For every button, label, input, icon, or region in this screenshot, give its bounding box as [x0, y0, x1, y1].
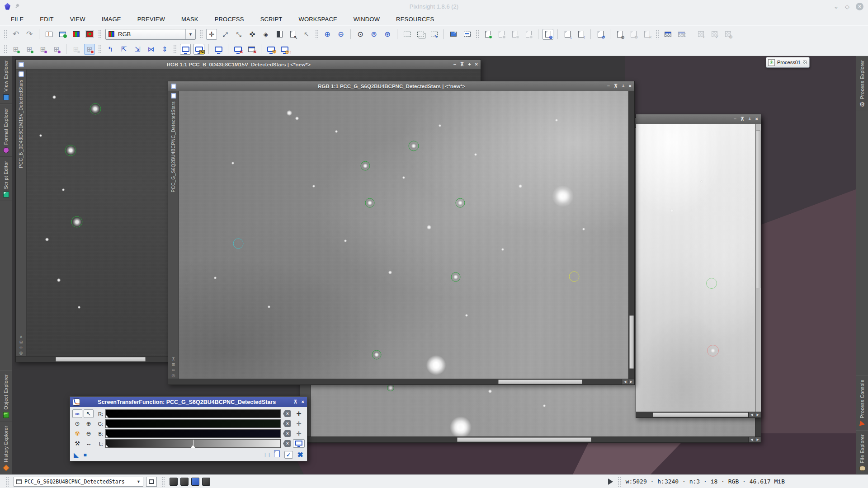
- minimize-icon[interactable]: −: [453, 62, 456, 67]
- zoom-1-1-icon[interactable]: ⊙: [355, 29, 366, 40]
- window-titlebar[interactable]: RGB 1:1 PCC_B_0D43E8C1M15V_DetectedStars…: [16, 60, 481, 70]
- window-tab-icon[interactable]: [171, 84, 176, 89]
- drag-handle[interactable]: [5, 477, 9, 487]
- sidebar-tab-script-editor[interactable]: Script Editor: [0, 157, 12, 201]
- enable-stf-icon[interactable]: [180, 44, 191, 55]
- close-icon[interactable]: ×: [475, 62, 478, 67]
- reset-green-button[interactable]: ×: [282, 419, 292, 428]
- image-window-front[interactable]: RGB 1:1 PCC_G_S6Q2BU4BCPNC_DetectedStars…: [168, 81, 635, 385]
- sidebar-tab-object-explorer[interactable]: Object Explorer: [0, 370, 12, 422]
- window-tab-icon[interactable]: [171, 93, 176, 99]
- window-corner-buttons[interactable]: ⊼⊞∞◎: [168, 357, 179, 378]
- drag-handle[interactable]: [199, 29, 203, 39]
- zoom-window-fit-icon[interactable]: [462, 29, 472, 40]
- horizontal-scrollbar[interactable]: [300, 437, 748, 442]
- zoom-in-icon[interactable]: ⊕: [322, 29, 333, 40]
- readout-swatch-2[interactable]: [180, 478, 189, 486]
- rotate-90ccw-icon[interactable]: ⇲: [132, 44, 143, 55]
- reset-window-stf-icon[interactable]: [246, 44, 257, 55]
- browse-documentation-icon[interactable]: □: [265, 451, 269, 459]
- menu-script[interactable]: SCRIPT: [260, 16, 283, 23]
- track-view-checkbox[interactable]: ✓: [284, 451, 293, 459]
- drag-handle[interactable]: [173, 44, 177, 54]
- boost-icon[interactable]: ☢: [72, 429, 82, 438]
- menu-file[interactable]: FILE: [11, 16, 24, 23]
- midtone-handle[interactable]: [191, 445, 195, 448]
- stf-bar-red[interactable]: [105, 409, 281, 418]
- reset-red-button[interactable]: ×: [282, 409, 292, 418]
- drag-handle[interactable]: [618, 477, 621, 487]
- save-process-icons-icon[interactable]: ⊞: [71, 44, 81, 55]
- color-managed-display-icon[interactable]: [193, 44, 204, 55]
- apply-icon[interactable]: ■: [84, 452, 87, 458]
- menu-edit[interactable]: EDIT: [40, 16, 53, 23]
- dynamic-mode-icon[interactable]: ◈: [260, 29, 271, 40]
- rename-view-icon[interactable]: I: [43, 29, 54, 40]
- new-view-window-icon[interactable]: [57, 29, 68, 40]
- image-canvas[interactable]: [179, 91, 628, 379]
- readout-swatch-1[interactable]: [170, 478, 178, 486]
- reset-blue-button[interactable]: ×: [282, 429, 292, 438]
- readout-track-mode-icon[interactable]: ✛: [206, 29, 217, 40]
- maximize-icon[interactable]: +: [748, 117, 751, 122]
- link-rgb-icon[interactable]: ∞: [72, 409, 82, 418]
- duplicate-image-icon[interactable]: [509, 29, 520, 40]
- readout-preview-icon[interactable]: [274, 29, 285, 40]
- process-history-icon[interactable]: ⊞: [10, 44, 21, 55]
- edit-image-icon[interactable]: [496, 29, 507, 40]
- stf-titlebar[interactable]: ScreenTransferFunction: PCC_G_S6Q2BU4BCP…: [70, 397, 307, 407]
- reload-image-icon[interactable]: [628, 29, 639, 40]
- boost-stf-icon[interactable]: [265, 44, 276, 55]
- delete-process-icons-icon[interactable]: ⊞: [84, 44, 95, 55]
- apply-stf-icon[interactable]: [213, 44, 224, 55]
- shade-icon[interactable]: ⊼: [294, 399, 297, 404]
- remove-mask-icon[interactable]: [676, 29, 687, 40]
- rotate-90cw-icon[interactable]: ⇱: [118, 44, 129, 55]
- maximize-icon[interactable]: +: [468, 62, 471, 67]
- active-view-selector[interactable]: PCC_G_S6Q2BU4BCPNC_DetectedStars ▼: [14, 477, 143, 487]
- zoom-readout-icon[interactable]: ⊙: [72, 419, 82, 428]
- sidebar-tab-format-explorer[interactable]: Format Explorer: [0, 104, 12, 157]
- undo-icon[interactable]: ↶: [10, 29, 21, 40]
- collapse-icon[interactable]: ✖: [297, 450, 303, 459]
- stf-bar-blue[interactable]: [105, 429, 281, 438]
- zoom-to-optimal-icon[interactable]: ⊛: [382, 29, 393, 40]
- close-icon[interactable]: ×: [856, 3, 863, 10]
- stf-dialog[interactable]: ScreenTransferFunction: PCC_G_S6Q2BU4BCP…: [70, 396, 307, 461]
- maximize-icon[interactable]: ◇: [845, 4, 849, 9]
- menu-image[interactable]: IMAGE: [102, 16, 121, 23]
- edit-mode-icon[interactable]: ↖: [84, 409, 94, 418]
- close-icon[interactable]: ×: [302, 399, 304, 404]
- preview-select-icon[interactable]: [288, 29, 298, 40]
- scroll-buttons[interactable]: ◀▶: [748, 412, 761, 418]
- sidebar-tab-file-explorer[interactable]: File Explorer: [856, 430, 868, 474]
- edit-instance-source-icon[interactable]: [274, 450, 280, 459]
- scroll-buttons[interactable]: ◀▶: [622, 379, 634, 385]
- new-image-icon[interactable]: [482, 29, 493, 40]
- wrench-icon[interactable]: ⚒: [72, 439, 82, 448]
- load-image-icon[interactable]: [576, 29, 586, 40]
- menu-workspace[interactable]: WORKSPACE: [299, 16, 337, 23]
- select-mask-icon[interactable]: [722, 29, 733, 40]
- drag-handle[interactable]: [98, 44, 102, 54]
- drag-preview-icon[interactable]: [429, 29, 439, 40]
- chevron-down-icon[interactable]: ▼: [134, 477, 143, 486]
- rgb-alpha-display-icon[interactable]: [84, 29, 95, 40]
- expand-view-mode-icon[interactable]: ⤢: [220, 29, 231, 40]
- menu-preview[interactable]: PREVIEW: [137, 16, 165, 23]
- zoom-out-icon[interactable]: ⊖: [84, 429, 94, 438]
- stf-bar-lightness[interactable]: [105, 439, 281, 448]
- drag-handle[interactable]: [476, 29, 479, 39]
- shade-icon[interactable]: ⊼: [614, 84, 618, 89]
- screen-display-icon[interactable]: [293, 439, 305, 448]
- select-arrow-icon[interactable]: ↖: [301, 29, 312, 40]
- stf-bar-green[interactable]: [105, 419, 281, 428]
- image-canvas[interactable]: [636, 124, 755, 412]
- rotate-180-icon[interactable]: ↰: [105, 44, 116, 55]
- window-tab-icon[interactable]: [19, 62, 24, 67]
- save-image-icon[interactable]: [562, 29, 573, 40]
- menu-window[interactable]: WINDOW: [354, 16, 380, 23]
- close-icon[interactable]: ×: [755, 117, 758, 122]
- sidebar-tab-process-explorer[interactable]: Process Explorer⚙: [856, 56, 868, 111]
- boost-stf-up-icon[interactable]: [279, 44, 290, 55]
